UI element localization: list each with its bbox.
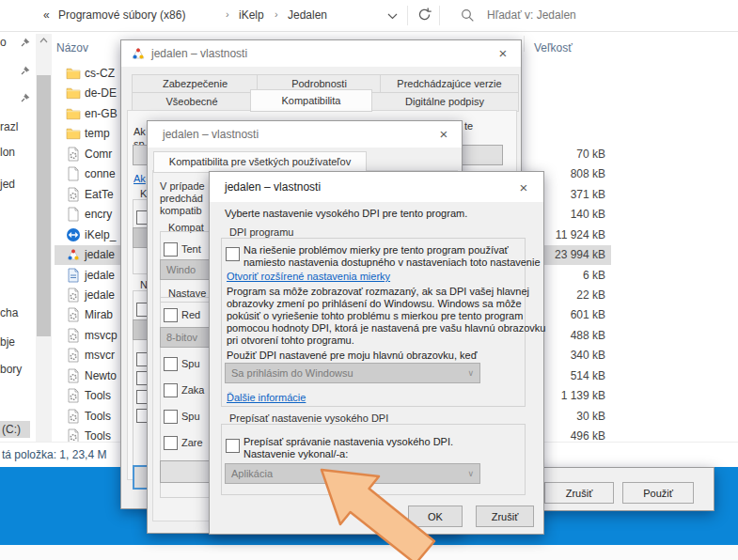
para-fragment: V prípade bbox=[160, 180, 205, 192]
dialog2-title-bar: jedalen – vlastnosti × bbox=[148, 121, 462, 148]
file-size: 22 kB bbox=[576, 288, 605, 302]
file-name: msvcp bbox=[85, 329, 118, 342]
open-advanced-scaling-link[interactable]: Otvoriť rozšírené nastavenia mierky bbox=[227, 271, 390, 282]
folder-icon bbox=[66, 86, 81, 101]
file-size: 808 kB bbox=[571, 167, 605, 180]
override-label-line: Nastavenie vykonal/-a: bbox=[243, 448, 348, 459]
high-dpi-dialog: jedalen – vlastnosti × Vyberte nastaveni… bbox=[209, 171, 544, 535]
override-checkbox[interactable] bbox=[226, 439, 240, 453]
tab-zabezpecenie[interactable]: Zabezpečenie bbox=[132, 74, 259, 94]
config-file-icon bbox=[66, 348, 81, 363]
file-name: Tools bbox=[85, 410, 111, 423]
close-icon[interactable]: × bbox=[491, 43, 515, 63]
checkbox-label-fragment: Zaka bbox=[181, 384, 204, 396]
intro-text-fragment: Ak bbox=[133, 126, 146, 137]
checkbox-label-line: Na riešenie problémov mierky pre tento p… bbox=[243, 244, 509, 256]
tab-vseobecne[interactable]: Všeobecné bbox=[132, 92, 252, 112]
close-icon[interactable]: × bbox=[432, 124, 456, 144]
dialog-title: jedalen – vlastnosti bbox=[163, 128, 259, 141]
config-file-icon bbox=[66, 187, 81, 202]
config-file-icon bbox=[66, 328, 81, 343]
checkbox[interactable] bbox=[164, 308, 178, 322]
chevron-down-icon: ∨ bbox=[467, 464, 474, 483]
checkbox-label-fragment: Spu bbox=[181, 411, 200, 422]
file-name: jedale bbox=[85, 248, 115, 261]
close-icon[interactable]: × bbox=[511, 178, 536, 197]
checkbox[interactable] bbox=[164, 436, 178, 450]
dpi-paragraph-line: obrazovky zmení po prihlásení do Windows… bbox=[227, 298, 522, 309]
cancel-button[interactable]: Zrušiť bbox=[544, 482, 614, 504]
dialog-title: jedalen – vlastnosti bbox=[225, 180, 321, 194]
folder-icon bbox=[66, 126, 81, 141]
file-name: iKelp_ bbox=[85, 228, 116, 241]
folder-icon bbox=[66, 66, 81, 81]
dpi-when-dropdown: Sa prihlásim do Windowsu∨ bbox=[225, 363, 480, 383]
file-size: 11 924 kB bbox=[556, 228, 605, 241]
config-file-icon bbox=[66, 307, 81, 322]
background-properties-dialog: Zrušiť Použiť bbox=[537, 467, 714, 511]
dialog-title: jedalen – vlastnosti bbox=[151, 47, 247, 60]
doc-icon bbox=[66, 268, 81, 283]
blue-app-icon bbox=[66, 227, 81, 242]
screen: « Programové súbory (x86) › iKelp › Jeda… bbox=[0, 0, 738, 560]
intro-text-fragment: te bbox=[464, 120, 473, 132]
app-icon bbox=[66, 247, 81, 262]
config-file-icon bbox=[66, 409, 81, 424]
dpi-paragraph-line: pri otvorení tohto programu. bbox=[227, 334, 354, 346]
dpi-when-label: Použiť DPI nastavené pre moju hlavnú obr… bbox=[227, 350, 477, 361]
compatibility-help-link[interactable]: Ak bbox=[133, 173, 146, 184]
dpi-paragraph-line: Program sa môže zobrazovať rozmazaný, ak… bbox=[227, 286, 529, 297]
tab-digitalne-podpisy[interactable]: Digitálne podpisy bbox=[370, 92, 519, 112]
ok-button[interactable]: OK bbox=[408, 506, 463, 527]
para-fragment: kompatib bbox=[160, 205, 202, 216]
checkbox-label-fragment: Red bbox=[181, 309, 200, 320]
file-size: 514 kB bbox=[571, 369, 605, 382]
config-file-icon bbox=[66, 147, 81, 162]
file-name: en-GB bbox=[85, 107, 118, 120]
para-fragment: predchád bbox=[160, 193, 203, 204]
file-name: cs-CZ bbox=[85, 67, 115, 80]
file-name: Mirab bbox=[85, 308, 113, 321]
checkbox-label-fragment: Tent bbox=[181, 243, 201, 255]
dialog3-title-bar: jedalen – vlastnosti × bbox=[210, 172, 543, 202]
cancel-button[interactable]: Zrušiť bbox=[476, 506, 534, 527]
file-size: 340 kB bbox=[571, 349, 605, 362]
more-info-link[interactable]: Ďalšie informácie bbox=[227, 392, 306, 403]
tab-predchadzajuce-verzie[interactable]: Predchádzajúce verzie bbox=[380, 74, 519, 94]
use-this-setting-checkbox[interactable] bbox=[226, 247, 240, 261]
dialog1-title-bar: jedalen – vlastnosti × bbox=[121, 40, 521, 67]
file-name: Newto bbox=[85, 369, 117, 382]
override-label-line: Prepísať správanie nastavenia vysokého D… bbox=[243, 436, 453, 447]
file-size: 488 kB bbox=[571, 329, 605, 342]
file-name: Tools bbox=[85, 429, 111, 443]
config-file-icon bbox=[66, 388, 81, 403]
file-size: 601 kB bbox=[571, 308, 605, 321]
checkbox[interactable] bbox=[164, 242, 178, 257]
checkbox-label-fragment: Spu bbox=[181, 358, 200, 369]
checkbox[interactable] bbox=[164, 410, 178, 424]
status-text: tá položka: 1, 23,4 M bbox=[2, 448, 106, 461]
dialog3-intro: Vyberte nastavenie vysokého DPI pre tent… bbox=[225, 208, 467, 219]
checkbox[interactable] bbox=[164, 383, 178, 397]
below-desktop-strip bbox=[0, 545, 738, 560]
file-name: conne bbox=[85, 167, 116, 180]
dpi-paragraph-line: pokúsiť o vyriešenie tohto problému s mi… bbox=[227, 310, 523, 321]
file-size: 371 kB bbox=[571, 188, 605, 201]
checkbox-label-fragment: Zare bbox=[181, 437, 203, 448]
override-group bbox=[221, 424, 526, 495]
chevron-down-icon: ∨ bbox=[467, 364, 474, 382]
file-name: EatTe bbox=[85, 188, 114, 201]
checkbox[interactable] bbox=[164, 357, 178, 371]
tab-kompatibilita[interactable]: Kompatibilita bbox=[250, 89, 372, 112]
folder-icon bbox=[66, 106, 81, 121]
dpi-paragraph-line: pomocou hodnoty DPI, ktorá je nastavená … bbox=[227, 322, 545, 334]
app-icon bbox=[131, 46, 146, 65]
scaling-performed-by-dropdown: Aplikácia∨ bbox=[225, 463, 480, 484]
file-name: msvcr bbox=[85, 349, 115, 362]
file-icon bbox=[66, 166, 81, 181]
file-size: 140 kB bbox=[571, 208, 605, 221]
apply-button[interactable]: Použiť bbox=[622, 482, 694, 504]
file-size: 70 kB bbox=[576, 148, 605, 161]
checkbox-label-line: namiesto nastavenia dostupného v nastave… bbox=[243, 257, 541, 268]
tab-kompatibilita-all-users[interactable]: Kompatibilita pre všetkých používateľov bbox=[153, 151, 367, 173]
